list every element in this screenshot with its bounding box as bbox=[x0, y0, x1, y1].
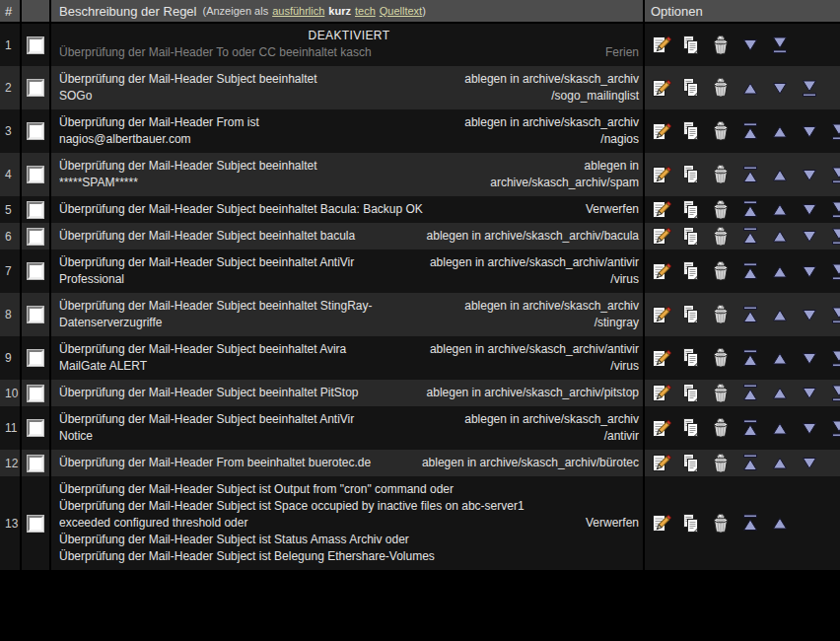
copy-icon[interactable] bbox=[680, 383, 702, 404]
move-top-icon[interactable] bbox=[739, 417, 761, 439]
row-checkbox[interactable] bbox=[28, 456, 43, 471]
edit-icon[interactable] bbox=[651, 120, 672, 142]
move-up-icon[interactable] bbox=[769, 199, 791, 221]
move-up-icon[interactable] bbox=[739, 77, 761, 99]
delete-icon[interactable] bbox=[710, 199, 732, 221]
edit-icon[interactable] bbox=[651, 260, 672, 282]
edit-icon[interactable] bbox=[651, 347, 672, 369]
view-tech-link[interactable]: tech bbox=[355, 5, 376, 17]
move-top-icon[interactable] bbox=[739, 199, 761, 221]
edit-icon[interactable] bbox=[651, 199, 672, 221]
row-checkbox[interactable] bbox=[28, 167, 43, 182]
move-bottom-icon[interactable] bbox=[828, 226, 840, 248]
move-down-icon[interactable] bbox=[799, 417, 820, 439]
delete-icon[interactable] bbox=[710, 347, 732, 369]
move-bottom-icon[interactable] bbox=[828, 260, 840, 282]
move-up-icon[interactable] bbox=[769, 260, 791, 282]
row-checkbox[interactable] bbox=[28, 307, 43, 322]
copy-icon[interactable] bbox=[680, 260, 702, 282]
move-bottom-icon[interactable] bbox=[828, 347, 840, 369]
delete-icon[interactable] bbox=[710, 120, 732, 142]
move-top-icon[interactable] bbox=[739, 383, 761, 404]
delete-icon[interactable] bbox=[710, 35, 732, 56]
move-down-icon[interactable] bbox=[739, 35, 761, 56]
move-down-icon[interactable] bbox=[799, 304, 820, 325]
move-up-icon[interactable] bbox=[769, 383, 791, 404]
copy-icon[interactable] bbox=[680, 304, 702, 325]
move-down-icon[interactable] bbox=[769, 77, 791, 99]
edit-icon[interactable] bbox=[651, 226, 672, 248]
copy-icon[interactable] bbox=[680, 77, 702, 99]
move-bottom-icon[interactable] bbox=[828, 417, 840, 439]
move-down-icon[interactable] bbox=[799, 383, 820, 404]
move-down-icon[interactable] bbox=[799, 120, 820, 142]
move-up-icon[interactable] bbox=[769, 304, 791, 325]
delete-icon[interactable] bbox=[710, 417, 732, 439]
edit-icon[interactable] bbox=[651, 453, 672, 474]
move-up-icon[interactable] bbox=[769, 453, 791, 474]
view-ausfuehrlich-link[interactable]: ausführlich bbox=[272, 5, 324, 17]
view-quelltext-link[interactable]: Quelltext bbox=[380, 5, 422, 17]
move-up-icon[interactable] bbox=[769, 226, 791, 248]
move-top-icon[interactable] bbox=[739, 304, 761, 325]
copy-icon[interactable] bbox=[680, 35, 702, 56]
move-down-icon[interactable] bbox=[799, 199, 820, 221]
move-top-icon[interactable] bbox=[739, 513, 761, 534]
move-top-icon[interactable] bbox=[739, 260, 761, 282]
move-top-icon[interactable] bbox=[739, 120, 761, 142]
row-checkbox[interactable] bbox=[28, 123, 43, 139]
move-up-icon[interactable] bbox=[769, 164, 791, 185]
edit-icon[interactable] bbox=[651, 513, 672, 534]
copy-icon[interactable] bbox=[680, 199, 702, 221]
copy-icon[interactable] bbox=[680, 120, 702, 142]
delete-icon[interactable] bbox=[710, 513, 732, 534]
edit-icon[interactable] bbox=[651, 417, 672, 439]
row-checkbox[interactable] bbox=[28, 420, 43, 436]
move-down-icon[interactable] bbox=[799, 453, 820, 474]
delete-icon[interactable] bbox=[710, 164, 732, 185]
move-up-icon[interactable] bbox=[769, 417, 791, 439]
edit-icon[interactable] bbox=[651, 304, 672, 325]
row-checkbox[interactable] bbox=[28, 516, 43, 532]
edit-icon[interactable] bbox=[651, 383, 672, 404]
edit-icon[interactable] bbox=[651, 77, 672, 99]
delete-icon[interactable] bbox=[710, 77, 732, 99]
move-up-icon[interactable] bbox=[769, 347, 791, 369]
move-down-icon[interactable] bbox=[799, 226, 820, 248]
copy-icon[interactable] bbox=[680, 226, 702, 248]
move-bottom-icon[interactable] bbox=[799, 77, 820, 99]
row-checkbox[interactable] bbox=[28, 202, 43, 218]
move-bottom-icon[interactable] bbox=[769, 35, 791, 56]
copy-icon[interactable] bbox=[680, 513, 702, 534]
move-down-icon[interactable] bbox=[799, 164, 820, 185]
move-up-icon[interactable] bbox=[769, 120, 791, 142]
row-checkbox[interactable] bbox=[28, 80, 43, 96]
move-down-icon[interactable] bbox=[799, 260, 820, 282]
delete-icon[interactable] bbox=[710, 453, 732, 474]
row-checkbox[interactable] bbox=[28, 229, 43, 245]
move-top-icon[interactable] bbox=[739, 453, 761, 474]
move-bottom-icon[interactable] bbox=[828, 199, 840, 221]
delete-icon[interactable] bbox=[710, 226, 732, 248]
edit-icon[interactable] bbox=[651, 35, 672, 56]
move-down-icon[interactable] bbox=[799, 347, 820, 369]
move-top-icon[interactable] bbox=[739, 164, 761, 185]
copy-icon[interactable] bbox=[680, 164, 702, 185]
move-top-icon[interactable] bbox=[739, 226, 761, 248]
delete-icon[interactable] bbox=[710, 304, 732, 325]
move-bottom-icon[interactable] bbox=[828, 304, 840, 325]
row-checkbox[interactable] bbox=[28, 263, 43, 279]
move-bottom-icon[interactable] bbox=[828, 383, 840, 404]
copy-icon[interactable] bbox=[680, 347, 702, 369]
copy-icon[interactable] bbox=[680, 453, 702, 474]
row-checkbox[interactable] bbox=[28, 37, 43, 53]
edit-icon[interactable] bbox=[651, 164, 672, 185]
copy-icon[interactable] bbox=[680, 417, 702, 439]
move-bottom-icon[interactable] bbox=[828, 120, 840, 142]
move-up-icon[interactable] bbox=[769, 513, 791, 534]
move-top-icon[interactable] bbox=[739, 347, 761, 369]
row-checkbox[interactable] bbox=[28, 386, 43, 401]
move-bottom-icon[interactable] bbox=[828, 164, 840, 185]
row-checkbox[interactable] bbox=[28, 350, 43, 366]
delete-icon[interactable] bbox=[710, 260, 732, 282]
